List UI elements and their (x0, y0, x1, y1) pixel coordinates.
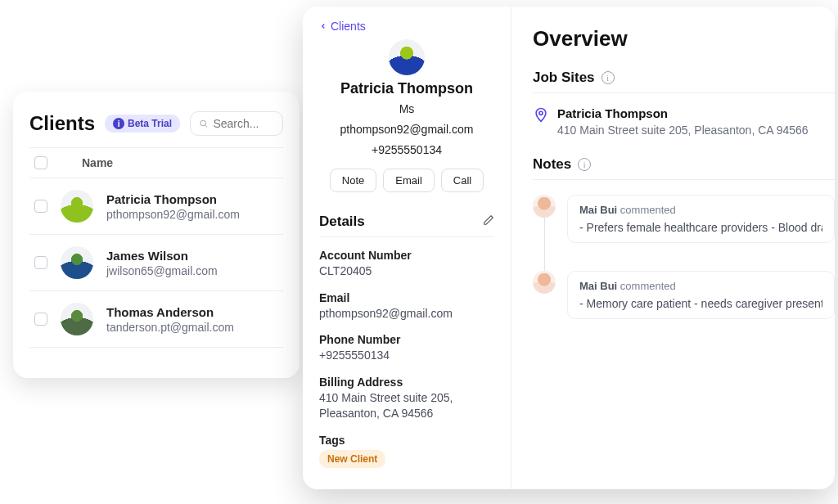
search-input-wrap[interactable] (190, 111, 283, 136)
beta-trial-label: Beta Trial (128, 118, 172, 129)
client-phone: +9255550134 (319, 142, 494, 159)
avatar (61, 303, 93, 335)
action-buttons: Note Email Call (319, 169, 494, 192)
note-body: - Prefers female healthcare providers - … (579, 221, 822, 234)
avatar (533, 195, 556, 218)
note-body: - Memory care patient - needs caregiver … (579, 297, 822, 310)
client-row-email: tanderson.pt@gmail.com (106, 321, 234, 334)
chevron-left-icon (319, 22, 327, 30)
table-header: Name (29, 147, 283, 178)
profile-block: Patricia Thompson Ms pthompson92@gmail.c… (319, 39, 494, 192)
avatar (61, 190, 93, 223)
client-email: pthompson92@gmail.com (319, 121, 494, 138)
row-checkbox[interactable] (34, 200, 47, 213)
info-icon[interactable]: i (578, 158, 591, 171)
note-meta: Mai Bui commented (579, 204, 822, 216)
phone-field: Phone Number +9255550134 (319, 333, 494, 364)
call-button[interactable]: Call (441, 169, 484, 192)
client-honorific: Ms (319, 101, 494, 118)
email-label: Email (319, 291, 494, 304)
client-row-name: James Wilson (106, 249, 218, 263)
select-all-checkbox[interactable] (34, 156, 47, 169)
billing-address-label: Billing Address (319, 376, 494, 389)
search-icon (199, 118, 208, 129)
client-row-name: Patricia Thompson (106, 192, 240, 206)
billing-address-value: 410 Main Street suite 205, Pleasanton, C… (319, 390, 494, 422)
tags-field: Tags New Client (319, 434, 494, 468)
client-name: Patricia Thompson (319, 80, 494, 97)
svg-line-1 (205, 125, 207, 127)
tags-label: Tags (319, 434, 494, 447)
jobsite-row[interactable]: Patricia Thompson 410 Main Street suite … (533, 106, 835, 137)
jobsites-title: Job Sites (533, 70, 595, 86)
avatar (389, 39, 425, 75)
list-header: Clients i Beta Trial (29, 111, 283, 136)
back-label: Clients (331, 20, 366, 33)
notes-header: Notes i (533, 156, 835, 180)
billing-address-field: Billing Address 410 Main Street suite 20… (319, 376, 494, 422)
tag-new-client[interactable]: New Client (319, 450, 385, 468)
client-row-email: jwilson65@gmail.com (106, 264, 218, 277)
avatar (61, 246, 93, 279)
name-column-header: Name (82, 156, 113, 169)
detail-left-panel: Clients Patricia Thompson Ms pthompson92… (303, 7, 511, 489)
pencil-icon (483, 214, 494, 226)
note-item[interactable]: Mai Bui commented- Prefers female health… (533, 195, 835, 243)
details-header: Details (319, 214, 494, 237)
phone-value: +9255550134 (319, 348, 494, 364)
row-checkbox[interactable] (34, 256, 47, 269)
jobsite-text: Patricia Thompson 410 Main Street suite … (557, 106, 809, 137)
avatar (533, 271, 556, 294)
row-text: James Wilsonjwilson65@gmail.com (106, 249, 218, 277)
account-number-field: Account Number CLT20405 (319, 249, 494, 280)
info-icon[interactable]: i (601, 71, 615, 84)
notes-thread: Mai Bui commented- Prefers female health… (533, 195, 835, 319)
row-text: Patricia Thompsonpthompson92@gmail.com (106, 192, 240, 221)
client-row-email: pthompson92@gmail.com (106, 208, 240, 221)
email-value: pthompson92@gmail.com (319, 306, 494, 322)
row-text: Thomas Andersontanderson.pt@gmail.com (106, 305, 234, 334)
jobsites-header: Job Sites i (533, 70, 835, 93)
client-detail-card: Clients Patricia Thompson Ms pthompson92… (303, 7, 835, 489)
back-to-clients-link[interactable]: Clients (319, 20, 494, 33)
page-title: Clients (29, 112, 95, 135)
client-row[interactable]: James Wilsonjwilson65@gmail.com (29, 235, 283, 291)
client-row[interactable]: Patricia Thompsonpthompson92@gmail.com (29, 178, 283, 235)
info-icon: i (113, 118, 124, 129)
note-card: Mai Bui commented- Prefers female health… (567, 195, 835, 243)
beta-trial-badge[interactable]: i Beta Trial (105, 115, 180, 133)
svg-point-0 (200, 120, 206, 126)
edit-details-button[interactable] (483, 214, 494, 229)
jobsite-address: 410 Main Street suite 205, Pleasanton, C… (557, 124, 809, 137)
overview-title: Overview (533, 26, 835, 52)
account-number-label: Account Number (319, 249, 494, 262)
client-row-name: Thomas Anderson (106, 305, 234, 319)
clients-list-card: Clients i Beta Trial Name Patricia Thomp… (13, 92, 300, 378)
notes-title: Notes (533, 156, 571, 173)
email-button[interactable]: Email (383, 169, 435, 192)
account-number-value: CLT20405 (319, 263, 494, 280)
note-button[interactable]: Note (330, 169, 376, 192)
detail-right-panel: Overview Job Sites i Patricia Thompson 4… (511, 7, 835, 489)
email-field: Email pthompson92@gmail.com (319, 291, 494, 322)
pin-icon (533, 106, 549, 123)
details-title: Details (319, 214, 365, 230)
svg-point-2 (539, 111, 543, 115)
jobsite-name: Patricia Thompson (557, 106, 809, 120)
note-item[interactable]: Mai Bui commented- Memory care patient -… (533, 271, 835, 319)
search-input[interactable] (213, 117, 274, 130)
phone-label: Phone Number (319, 333, 494, 346)
note-meta: Mai Bui commented (579, 280, 822, 292)
row-checkbox[interactable] (34, 313, 47, 326)
note-card: Mai Bui commented- Memory care patient -… (567, 271, 835, 319)
client-row[interactable]: Thomas Andersontanderson.pt@gmail.com (29, 291, 283, 348)
